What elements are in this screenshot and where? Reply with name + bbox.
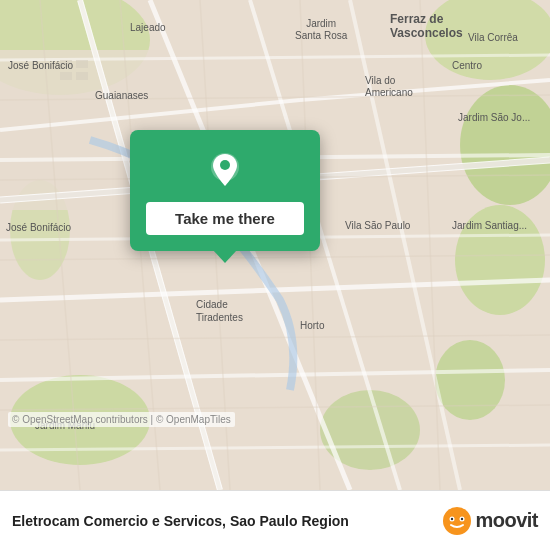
location-title: Eletrocam Comercio e Servicos, Sao Paulo… [12, 513, 443, 529]
svg-point-45 [461, 517, 463, 519]
moovit-icon [443, 507, 471, 535]
svg-point-41 [443, 507, 471, 535]
svg-point-5 [435, 340, 505, 420]
svg-point-40 [220, 160, 230, 170]
svg-point-44 [451, 517, 453, 519]
moovit-text: moovit [475, 509, 538, 532]
popup-card: Take me there [130, 130, 320, 251]
map-container[interactable]: Lajeado JardimSanta Rosa Ferraz deVascon… [0, 0, 550, 490]
svg-rect-38 [76, 72, 88, 80]
svg-point-4 [455, 205, 545, 315]
svg-rect-36 [76, 60, 88, 68]
map-attribution: © OpenStreetMap contributors | © OpenMap… [8, 412, 235, 427]
moovit-logo: moovit [443, 507, 538, 535]
svg-rect-37 [60, 72, 72, 80]
location-pin-icon [205, 150, 245, 190]
take-me-there-button[interactable]: Take me there [146, 202, 304, 235]
bottom-bar: Eletrocam Comercio e Servicos, Sao Paulo… [0, 490, 550, 550]
svg-rect-35 [60, 60, 72, 68]
